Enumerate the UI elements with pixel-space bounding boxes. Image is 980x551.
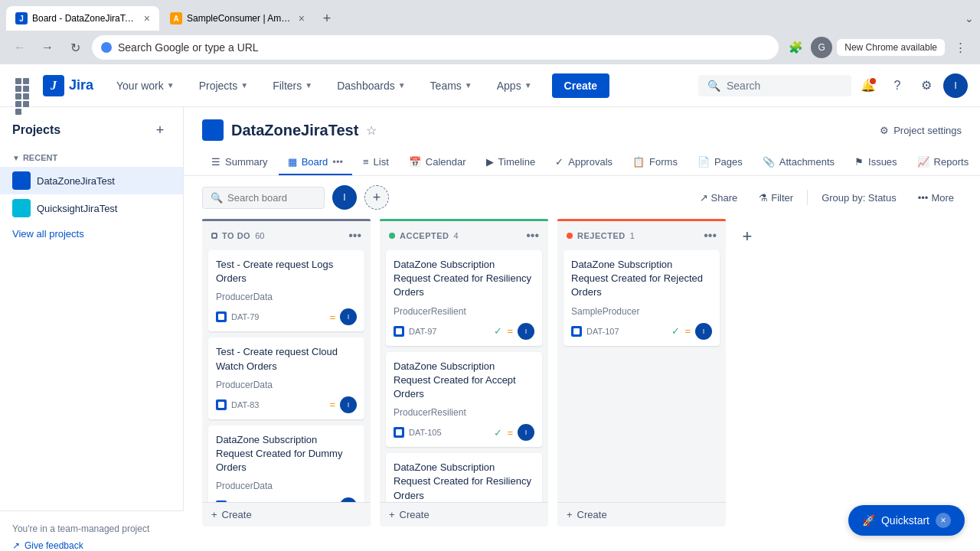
new-chrome-banner[interactable]: New Chrome available <box>837 39 945 56</box>
tab-issues[interactable]: ⚑ Issues <box>845 150 906 175</box>
tab1-close[interactable]: × <box>144 12 150 24</box>
browser-toolbar: ← → ↻ Search Google or type a URL 🧩 G Ne… <box>0 31 980 64</box>
quicksighttest-name: QuicksightJiraTest <box>37 203 117 214</box>
rejected-column-menu[interactable]: ••• <box>704 229 717 243</box>
column-todo: TO DO 60 ••• Test - Create request Logs … <box>202 219 371 527</box>
card-dat97-id: DAT-97 <box>409 327 489 336</box>
accepted-column-menu[interactable]: ••• <box>526 229 539 243</box>
add-column-button[interactable]: + <box>735 227 760 246</box>
nav-apps[interactable]: Apps ▼ <box>489 75 540 96</box>
column-rejected: REJECTED 1 ••• DataZone Subscription Req… <box>557 219 726 527</box>
new-tab-button[interactable]: + <box>315 7 338 30</box>
reports-icon: 📈 <box>917 156 929 168</box>
nav-your-work[interactable]: Your work ▼ <box>109 75 182 96</box>
board-search-input[interactable] <box>227 192 316 204</box>
card-dat107-avatar: I <box>695 323 712 340</box>
create-button[interactable]: Create <box>552 73 610 98</box>
todo-column-menu[interactable]: ••• <box>348 229 361 243</box>
tab-timeline[interactable]: ▶ Timeline <box>477 150 545 175</box>
filters-chevron: ▼ <box>305 81 312 90</box>
tab-reports[interactable]: 📈 Reports <box>908 150 978 175</box>
help-button[interactable]: ? <box>885 73 910 98</box>
extensions-button[interactable]: 🧩 <box>785 37 806 58</box>
menu-button[interactable]: ⋮ <box>949 37 971 58</box>
tab-attachments[interactable]: 📎 Attachments <box>753 150 844 175</box>
card-dat105[interactable]: DataZone Subscription Request Created fo… <box>386 352 542 448</box>
nav-dashboards[interactable]: Dashboards ▼ <box>329 75 413 96</box>
back-button[interactable]: ← <box>9 37 31 58</box>
tab2-close[interactable]: × <box>299 12 305 24</box>
board-search-box[interactable]: 🔍 <box>202 187 325 209</box>
tab-summary[interactable]: ☰ Summary <box>202 150 277 175</box>
board-header: DataZoneJiraTest ☆ ⚙ Project settings ☰ … <box>184 107 980 176</box>
rejected-create-button[interactable]: + Create <box>557 502 726 527</box>
card-dat105-footer: DAT-105 ✓ = I <box>394 424 534 441</box>
nav-projects[interactable]: Projects ▼ <box>191 75 256 96</box>
notifications-button[interactable]: 🔔 <box>856 73 880 98</box>
todo-create-button[interactable]: + Create <box>202 502 371 527</box>
browser-tab-2[interactable]: A SampleConsumer | Amazon C... × <box>161 6 314 31</box>
card-dat97-author: ProducerResilient <box>394 306 534 317</box>
user-avatar[interactable]: I <box>943 73 968 98</box>
quickstart-close-button[interactable]: × <box>936 513 951 528</box>
board-project-icon <box>202 119 224 141</box>
project-settings-button[interactable]: ⚙ Project settings <box>880 125 962 136</box>
sidebar-item-datazonetest[interactable]: DataZoneJiraTest <box>0 167 183 194</box>
jira-logo-text: Jira <box>69 77 93 93</box>
more-button[interactable]: ••• More <box>910 187 962 208</box>
card-dat97[interactable]: DataZone Subscription Request Created fo… <box>386 250 542 346</box>
quickstart-button[interactable]: 🚀 Quickstart × <box>848 505 965 536</box>
view-all-projects-link[interactable]: View all projects <box>0 222 183 246</box>
sidebar-add-button[interactable]: + <box>149 119 171 141</box>
filter-button[interactable]: ⚗ Filter <box>751 187 801 208</box>
card-dat101[interactable]: DataZone Subscription Request Created fo… <box>386 453 542 502</box>
tab-list[interactable]: ≡ List <box>354 150 398 175</box>
todo-status-dot <box>211 233 217 239</box>
card-dat83-avatar: I <box>340 396 357 413</box>
tab-calendar[interactable]: 📅 Calendar <box>400 150 475 175</box>
tab-forms[interactable]: 📋 Forms <box>623 150 687 175</box>
card-dat83[interactable]: Test - Create request Cloud Watch Orders… <box>208 337 364 419</box>
rejected-create-label: Create <box>577 509 607 520</box>
share-button[interactable]: ↗ Share <box>692 187 746 208</box>
accepted-create-button[interactable]: + Create <box>380 502 548 527</box>
tab-pages[interactable]: 📄 Pages <box>688 150 752 175</box>
todo-column-count: 60 <box>255 231 264 240</box>
issues-icon: ⚑ <box>854 156 864 168</box>
dashboards-chevron: ▼ <box>398 81 406 90</box>
card-dat109[interactable]: DataZone Subscription Request Created fo… <box>208 425 364 502</box>
board-add-member-button[interactable]: + <box>364 185 389 210</box>
card-dat107[interactable]: DataZone Subscription Request Created fo… <box>564 250 720 346</box>
settings-button[interactable]: ⚙ <box>914 73 939 98</box>
tab-board[interactable]: ▦ Board ••• <box>279 150 352 175</box>
browser-tab-1[interactable]: J Board - DataZoneJiraTest - J... × <box>6 6 159 31</box>
card-dat79[interactable]: Test - Create request Logs Orders Produc… <box>208 250 364 331</box>
card-dat79-author: ProducerData <box>216 292 357 302</box>
sidebar-item-quicksighttest[interactable]: QuicksightJiraTest <box>0 194 183 222</box>
apps-chevron: ▼ <box>524 81 532 90</box>
give-feedback-link[interactable]: ↗ Give feedback <box>12 534 172 551</box>
quickstart-rocket-icon: 🚀 <box>862 514 875 527</box>
tab-approvals[interactable]: ✓ Approvals <box>546 150 622 175</box>
nav-teams[interactable]: Teams ▼ <box>423 75 480 96</box>
accepted-column-count: 4 <box>454 231 459 240</box>
team-managed-text: You're in a team-managed project <box>12 523 172 534</box>
board-user-avatar[interactable]: I <box>332 185 357 210</box>
todo-column-cards: Test - Create request Logs Orders Produc… <box>202 250 371 502</box>
profile-button[interactable]: G <box>811 37 832 58</box>
star-button[interactable]: ☆ <box>366 123 377 138</box>
forward-button[interactable]: → <box>37 37 58 58</box>
search-box[interactable]: 🔍 Search <box>698 75 851 96</box>
group-by-button[interactable]: Group by: Status <box>814 187 904 208</box>
jira-logo[interactable]: J Jira <box>43 75 93 96</box>
nav-filters[interactable]: Filters ▼ <box>265 75 320 96</box>
rejected-column-header: REJECTED 1 ••• <box>557 221 726 250</box>
refresh-button[interactable]: ↻ <box>64 37 86 58</box>
address-bar[interactable]: Search Google or type a URL <box>92 35 779 60</box>
accepted-column-header: ACCEPTED 4 ••• <box>380 221 548 250</box>
card-dat105-author: ProducerResilient <box>394 407 534 418</box>
board-search-icon: 🔍 <box>211 192 223 204</box>
apps-grid-icon[interactable] <box>12 75 34 96</box>
tab-overflow-button[interactable]: ⌄ <box>965 12 974 24</box>
card-type-icon <box>571 326 582 337</box>
